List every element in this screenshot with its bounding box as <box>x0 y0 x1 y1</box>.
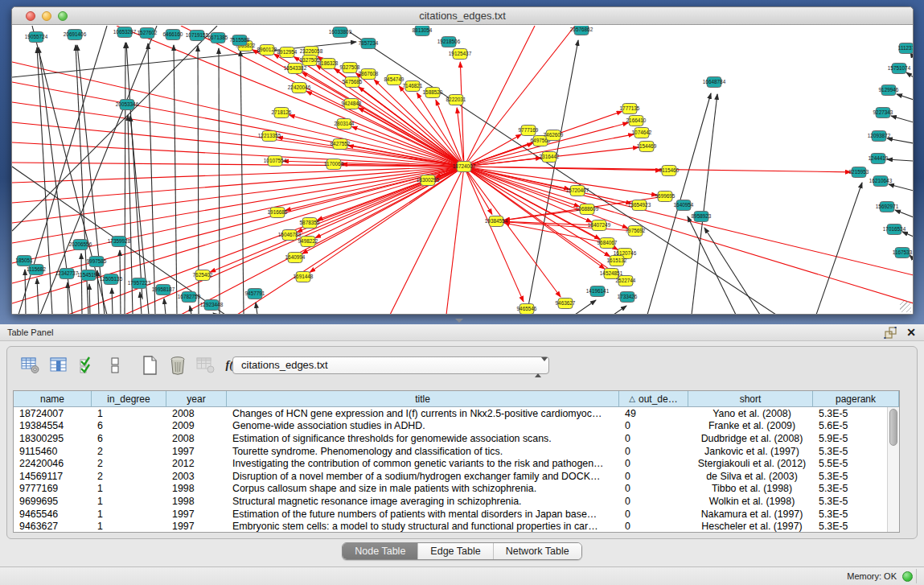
graph-node[interactable]: 9327508 <box>340 63 360 73</box>
graph-node[interactable]: 1244419 <box>869 154 889 164</box>
graph-node[interactable]: 1154469 <box>637 142 657 152</box>
graph-node[interactable]: 2166410 <box>626 116 647 126</box>
graph-node[interactable]: 12093872 <box>868 131 891 142</box>
show-column-button[interactable] <box>48 355 69 376</box>
table-row[interactable]: 2242004622012Investigating the contribut… <box>14 457 899 470</box>
graph-node[interactable]: 9997585 <box>87 257 107 267</box>
graph-node[interactable]: 16782759 <box>178 292 201 303</box>
float-panel-icon[interactable] <box>884 327 897 339</box>
graph-node[interactable]: 10653287 <box>113 27 137 38</box>
graph-node[interactable]: 7146821 <box>403 81 423 92</box>
table-row[interactable]: 946362711997Embryonic stem cells: a mode… <box>14 520 899 533</box>
graph-node[interactable]: 6466160 <box>163 30 183 40</box>
graph-node[interactable]: 19055724 <box>25 32 48 43</box>
graph-node[interactable]: 8813054 <box>413 26 433 36</box>
table-row[interactable]: 946554611997Estimation of the future num… <box>14 508 899 521</box>
graph-node[interactable]: 7625402 <box>193 270 213 281</box>
network-canvas[interactable]: 1872400775638228960128891295423226058932… <box>12 26 913 314</box>
graph-node[interactable]: 9498222 <box>298 237 318 247</box>
graph-node[interactable]: 1170064 <box>324 159 344 170</box>
graph-node[interactable]: 7515588 <box>230 35 250 46</box>
graph-node[interactable]: 8454749 <box>384 75 405 85</box>
graph-node[interactable]: 17957223 <box>128 278 151 289</box>
graph-node[interactable]: 17016534 <box>883 225 906 235</box>
table-row[interactable]: 1938455462009Genome-wide association stu… <box>14 420 899 433</box>
column-header-title[interactable]: title <box>227 391 619 407</box>
column-header-year[interactable]: year <box>166 391 227 407</box>
network-graph[interactable]: 1872400775638228960128891295423226058932… <box>12 26 913 314</box>
graph-node[interactable]: 1527602 <box>138 28 158 39</box>
graph-node[interactable]: 7857234 <box>359 39 379 49</box>
graph-node[interactable]: 5475685 <box>343 77 363 88</box>
graph-node[interactable]: 12505135 <box>100 274 123 285</box>
table-scrollbar[interactable] <box>887 407 899 532</box>
graph-node[interactable]: 15751074 <box>888 64 911 74</box>
graph-node[interactable]: 2803144 <box>335 119 355 130</box>
graph-node[interactable]: 1167533 <box>893 248 913 258</box>
table-row[interactable]: 969969511998Structural magnetic resonanc… <box>14 495 899 508</box>
graph-node[interactable]: 14196141 <box>586 286 610 297</box>
graph-node[interactable]: 8958923 <box>692 212 712 222</box>
graph-node[interactable]: 20576862 <box>570 26 593 35</box>
graph-node[interactable]: 8427552 <box>331 139 351 150</box>
window-resize-grip[interactable] <box>900 301 911 312</box>
select-columns-button[interactable] <box>76 355 97 376</box>
graph-node[interactable]: 1115682 <box>27 265 46 275</box>
graph-node[interactable]: 16543382 <box>284 64 307 74</box>
table-row[interactable]: 1830029562008Estimation of significance … <box>14 432 899 445</box>
graph-node[interactable]: 9463627 <box>556 299 576 309</box>
row-height-button[interactable] <box>105 355 125 376</box>
graph-node[interactable]: 8186328 <box>318 59 339 69</box>
table-row[interactable]: 911546021997Tourette syndrome. Phenomeno… <box>14 445 899 458</box>
graph-node[interactable]: 9115460 <box>659 166 680 176</box>
graph-node[interactable]: 1074642 <box>632 128 652 138</box>
graph-node[interactable]: 1916685 <box>268 208 288 218</box>
close-panel-icon[interactable]: ✕ <box>906 325 916 340</box>
column-header-pagerank[interactable]: pagerank <box>813 391 899 407</box>
graph-node[interactable]: 111237 <box>898 43 913 54</box>
graph-node[interactable]: 19125437 <box>449 49 472 60</box>
table-row[interactable]: 977716911998Corpus callosum shape and si… <box>14 483 899 496</box>
graph-node[interactable]: 2316442 <box>540 152 560 163</box>
graph-node[interactable]: 1615132 <box>607 256 627 266</box>
graph-node[interactable]: 5878355 <box>300 218 320 229</box>
graph-node[interactable]: 1777135 <box>620 104 640 114</box>
graph-node[interactable]: 1733426 <box>618 292 638 303</box>
table-row[interactable]: 1872400712008Changes of HCN gene express… <box>14 407 899 420</box>
graph-node[interactable]: 2522744 <box>616 276 636 286</box>
graph-node[interactable]: 17359928 <box>108 237 131 247</box>
graph-node[interactable]: 13654923 <box>628 200 651 211</box>
graph-node[interactable]: 16648784 <box>703 77 726 88</box>
graph-node[interactable]: 19958187 <box>152 285 175 295</box>
graph-node[interactable]: 9424848 <box>342 99 362 109</box>
column-header-short[interactable]: short <box>688 391 813 407</box>
graph-node[interactable]: 2718126 <box>272 108 292 118</box>
graph-node[interactable]: 19384554 <box>485 216 508 227</box>
graph-node[interactable]: 10719155 <box>186 31 209 41</box>
graph-node[interactable]: 9699695 <box>655 192 676 202</box>
graph-node[interactable]: 20691406 <box>64 30 87 40</box>
table-options-button[interactable] <box>20 355 41 376</box>
graph-node[interactable]: 7462609 <box>544 130 564 141</box>
graph-node[interactable]: 9457791 <box>245 289 265 299</box>
scrollbar-thumb[interactable] <box>889 409 897 446</box>
graph-node[interactable]: 15720407 <box>566 186 589 196</box>
tab-network-table[interactable]: Network Table <box>493 543 581 559</box>
graph-node[interactable]: 11545194 <box>77 270 100 281</box>
tab-edge-table[interactable]: Edge Table <box>417 543 492 559</box>
panel-divider-handle[interactable] <box>455 319 463 323</box>
tab-node-table[interactable]: Node Table <box>343 543 417 559</box>
graph-node[interactable]: 7975692 <box>626 226 646 237</box>
graph-node[interactable]: 1691448 <box>294 272 314 282</box>
delete-table-button[interactable] <box>167 355 188 376</box>
graph-node[interactable]: 16033809 <box>329 27 352 38</box>
close-window-button[interactable] <box>26 11 35 21</box>
column-header-name[interactable]: name <box>14 391 92 407</box>
minimize-window-button[interactable] <box>42 11 51 21</box>
zoom-window-button[interactable] <box>58 11 68 21</box>
graph-node[interactable]: 8222031 <box>446 95 466 105</box>
graph-node[interactable]: 12342737 <box>55 269 79 279</box>
window-titlebar[interactable]: citations_edges.txt <box>12 7 913 25</box>
graph-node[interactable]: 2867608 <box>359 69 379 80</box>
column-header-out_de[interactable]: △out_de… <box>619 391 688 407</box>
